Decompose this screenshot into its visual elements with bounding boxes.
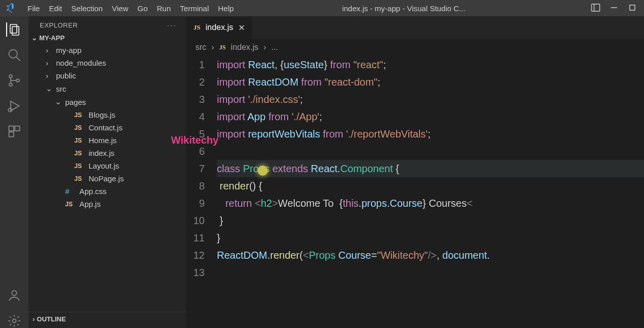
search-icon[interactable] — [7, 48, 21, 62]
menu-edit[interactable]: Edit — [49, 4, 62, 13]
svg-point-17 — [13, 319, 16, 323]
code-line[interactable]: return <h2>Welcome To {this.props.Course… — [217, 195, 644, 212]
tree-label: NoPage.js — [89, 174, 124, 183]
svg-point-10 — [16, 79, 19, 82]
code-line[interactable] — [217, 264, 644, 281]
tree-label: pages — [65, 98, 86, 106]
folder-public[interactable]: ›public — [31, 69, 186, 82]
tree-label: public — [56, 71, 76, 80]
project-header[interactable]: ⌄ MY-APP — [29, 32, 186, 44]
js-file-icon: JS — [74, 150, 86, 157]
explorer-icon[interactable] — [6, 22, 20, 37]
chevron-down-icon: ⌄ — [46, 84, 53, 93]
chevron-right-icon: › — [46, 59, 53, 67]
file-app-js[interactable]: JSApp.js — [31, 198, 186, 210]
line-number: 10 — [186, 212, 217, 229]
js-file-icon: JS — [74, 137, 86, 144]
breadcrumb-tail: ... — [271, 43, 278, 52]
explorer-title: EXPLORER — [40, 21, 78, 29]
svg-rect-15 — [9, 132, 14, 136]
menu-view[interactable]: View — [112, 4, 128, 13]
run-debug-icon[interactable] — [7, 99, 21, 113]
activity-bar — [0, 16, 29, 328]
svg-rect-4 — [10, 24, 17, 33]
tab-label: index.js — [206, 23, 233, 32]
sidebar: EXPLORER ··· ⌄ MY-APP ›my-app›node_modul… — [29, 16, 186, 328]
svg-rect-0 — [592, 4, 600, 11]
maximize-icon[interactable] — [628, 4, 637, 13]
line-number: 11 — [186, 229, 217, 247]
menu-selection[interactable]: Selection — [71, 4, 103, 13]
tree-label: node_modules — [56, 59, 106, 67]
code-line[interactable]: } — [217, 229, 644, 247]
code-line[interactable]: ReactDOM.render(<Props Course="Wikitechy… — [217, 247, 644, 264]
code-line[interactable]: import reportWebVitals from './reportWeb… — [217, 125, 644, 143]
menu-bar: FileEditSelectionViewGoRunTerminalHelp — [24, 4, 234, 13]
more-actions-icon[interactable]: ··· — [167, 21, 177, 29]
folder-node-modules[interactable]: ›node_modules — [31, 57, 186, 69]
code-line[interactable]: class Props extends React.Component { — [217, 160, 644, 177]
close-tab-icon[interactable]: ✕ — [238, 23, 245, 33]
vscode-logo-icon — [0, 3, 24, 14]
tree-label: Layout.js — [89, 161, 119, 170]
menu-file[interactable]: File — [27, 4, 40, 13]
breadcrumb[interactable]: src › JS index.js › ... — [186, 39, 644, 56]
code-line[interactable]: import ReactDOM from "react-dom"; — [217, 73, 644, 91]
folder-src[interactable]: ⌄src — [31, 82, 186, 95]
svg-point-8 — [9, 75, 12, 78]
tree-label: src — [56, 85, 66, 93]
code-line[interactable]: render() { — [217, 177, 644, 195]
chevron-right-icon: › — [264, 43, 266, 52]
code-line[interactable]: import React, {useState} from "react"; — [217, 56, 644, 73]
file-nopage-js[interactable]: JSNoPage.js — [31, 172, 186, 185]
code-line[interactable]: import './index.css'; — [217, 91, 644, 108]
menu-run[interactable]: Run — [157, 4, 171, 13]
outline-header[interactable]: › OUTLINE — [29, 312, 186, 326]
breadcrumb-file: index.js — [231, 43, 258, 52]
code-line[interactable]: import App from './App'; — [217, 108, 644, 125]
file-blogs-js[interactable]: JSBlogs.js — [31, 108, 186, 121]
svg-point-6 — [9, 50, 17, 58]
line-number: 7 — [186, 160, 217, 177]
layout-icon[interactable] — [591, 3, 600, 14]
line-number: 2 — [186, 73, 217, 91]
code-line[interactable]: } — [217, 212, 644, 229]
tree-label: index.js — [89, 149, 115, 157]
folder-pages[interactable]: ⌄pages — [31, 95, 186, 108]
tab-index-js[interactable]: JS index.js ✕ — [186, 16, 252, 39]
file-index-js[interactable]: JSindex.js — [31, 147, 186, 159]
tree-label: Contact.js — [89, 123, 123, 132]
source-control-icon[interactable] — [7, 73, 21, 88]
editor-area: JS index.js ✕ src › JS index.js › ... 1i… — [186, 16, 644, 328]
chevron-right-icon: › — [46, 71, 53, 80]
window-controls — [584, 3, 644, 14]
file-contact-js[interactable]: JSContact.js — [31, 121, 186, 134]
line-number: 3 — [186, 91, 217, 108]
minimize-icon[interactable] — [609, 4, 619, 13]
svg-point-16 — [12, 291, 16, 295]
menu-terminal[interactable]: Terminal — [180, 4, 209, 13]
code-editor[interactable]: 1import React, {useState} from "react";2… — [186, 56, 644, 328]
file-home-js[interactable]: JSHome.js — [31, 134, 186, 147]
code-line[interactable] — [217, 143, 644, 160]
chevron-right-icon: › — [211, 43, 214, 52]
file-app-css[interactable]: #App.css — [31, 185, 186, 198]
folder-my-app[interactable]: ›my-app — [31, 44, 186, 57]
line-number: 8 — [186, 177, 217, 195]
line-number: 9 — [186, 195, 217, 212]
tree-label: Blogs.js — [89, 111, 116, 119]
tree-label: my-app — [56, 46, 81, 54]
breadcrumb-folder: src — [195, 43, 206, 52]
file-layout-js[interactable]: JSLayout.js — [31, 159, 186, 172]
extensions-icon[interactable] — [7, 124, 21, 139]
settings-gear-icon[interactable] — [7, 314, 21, 328]
chevron-right-icon: › — [46, 46, 53, 54]
line-number: 4 — [186, 108, 217, 125]
chevron-down-icon: ⌄ — [55, 97, 62, 106]
js-file-icon: JS — [74, 124, 86, 131]
menu-go[interactable]: Go — [137, 4, 148, 13]
js-file-icon: JS — [74, 175, 86, 182]
menu-help[interactable]: Help — [218, 4, 234, 13]
account-icon[interactable] — [7, 288, 21, 303]
window-title: index.js - my-app - Visual Studio C... — [234, 4, 584, 13]
